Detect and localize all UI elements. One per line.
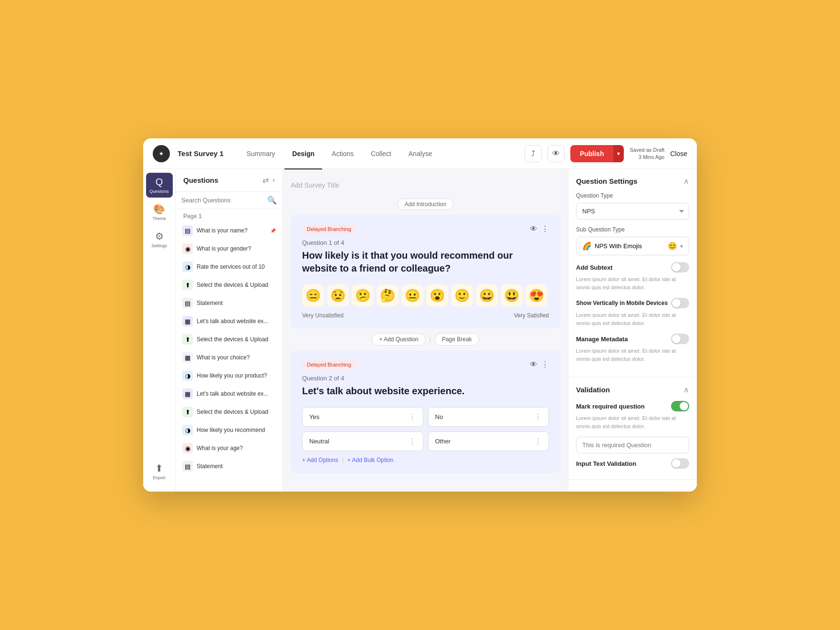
emoji-row-1: 😑 😟 😕 🤔 😐 😮 🙂 😀 😃 😍 (302, 284, 549, 306)
add-subtext-toggle[interactable] (671, 262, 689, 273)
list-item[interactable]: ▤ What is your name? 📌 (176, 221, 283, 240)
add-subtext-row: Add Subtext (576, 262, 689, 273)
q-text: Statement (197, 463, 276, 470)
emoji-item-8[interactable]: 😃 (501, 284, 523, 306)
main-canvas: Add Survey Title Add Introduction Delaye… (283, 169, 568, 492)
list-item[interactable]: ◑ How likely you recommend (176, 421, 283, 439)
option-label-other: Other (435, 438, 451, 445)
add-question-button[interactable]: + Add Question (372, 333, 425, 346)
question-type-label: Question Type (576, 192, 689, 199)
emoji-item-6[interactable]: 🙂 (451, 284, 473, 306)
list-item[interactable]: ⬆ Select the devices & Upload (176, 276, 283, 294)
main-layout: Q Questions 🎨 Theme ⚙ Settings ⬆ Export … (143, 169, 697, 492)
tab-collect[interactable]: Collect (363, 146, 399, 161)
question-text-1: How likely is it that you would recommen… (302, 249, 549, 275)
share-button[interactable]: ⤴ (525, 145, 542, 162)
page-break-button[interactable]: Page Break (435, 333, 479, 346)
q-type-icon: ▤ (182, 461, 193, 472)
list-item[interactable]: ◉ What is your age? (176, 439, 283, 457)
manage-metadata-row: Manage Metadata (576, 334, 689, 344)
satisfaction-labels-1: Very Unsatisfied Very Satisfied (302, 312, 549, 319)
option-dots-no[interactable]: ⋮ (534, 412, 542, 421)
sidebar-item-export[interactable]: ⬆ Export (146, 459, 173, 484)
show-vertically-desc: Lorem ipsum dolor sit amet. Et dolor ist… (576, 311, 689, 327)
question-type-select[interactable]: NPS (576, 203, 689, 220)
visibility-toggle-2[interactable]: 👁 (530, 360, 537, 369)
option-other[interactable]: Other ⋮ (428, 431, 549, 451)
more-options-1[interactable]: ⋮ (541, 224, 549, 233)
option-yes[interactable]: Yes ⋮ (302, 407, 423, 427)
add-bulk-option-link[interactable]: + Add Bulk Option (347, 457, 393, 463)
option-dots-yes[interactable]: ⋮ (409, 412, 416, 421)
option-no[interactable]: No ⋮ (428, 407, 549, 427)
tab-analyse[interactable]: Analyse (401, 146, 440, 161)
q-text: Select the devices & Upload (197, 409, 276, 415)
emoji-item-1[interactable]: 😟 (327, 284, 349, 306)
publish-button[interactable]: Publish (570, 145, 614, 162)
option-dots-neutral[interactable]: ⋮ (409, 437, 416, 446)
option-label-no: No (435, 413, 443, 420)
list-item[interactable]: ▦ What is your choice? (176, 348, 283, 367)
show-vertically-toggle[interactable] (671, 298, 689, 308)
sub-question-type-label: Sub Question Type (576, 226, 689, 233)
add-options-link[interactable]: + Add Options (302, 457, 338, 463)
sub-question-type-select[interactable]: 🌈 NPS With Emojis 😊 ▾ (576, 237, 689, 255)
collapse-icon[interactable]: ∧ (683, 177, 689, 186)
sidebar-icons: Q Questions 🎨 Theme ⚙ Settings ⬆ Export (143, 169, 176, 492)
more-options-2[interactable]: ⋮ (541, 360, 549, 369)
q-type-icon: ▦ (182, 352, 193, 363)
mark-required-label: Mark required question (576, 403, 645, 410)
q-type-icon: ◉ (182, 243, 193, 254)
emoji-item-2[interactable]: 😕 (352, 284, 374, 306)
list-item[interactable]: ▦ Let's talk about website ex... (176, 385, 283, 403)
theme-icon: 🎨 (153, 203, 165, 215)
list-item[interactable]: ⬆ Select the devices & Upload (176, 403, 283, 421)
list-item[interactable]: ▦ Let's talk about website ex... (176, 312, 283, 330)
validation-collapse-icon[interactable]: ∧ (683, 385, 689, 394)
add-introduction-button[interactable]: Add Introduction (398, 199, 453, 210)
question-counter-2: Question 2 of 4 (302, 375, 549, 382)
tab-actions[interactable]: Actions (324, 146, 361, 161)
questions-panel-title: Questions (183, 176, 218, 184)
tab-summary[interactable]: Summary (239, 146, 283, 161)
preview-button[interactable]: 👁 (547, 145, 565, 162)
emoji-item-3[interactable]: 🤔 (377, 284, 399, 306)
q-text: What is your gender? (197, 245, 276, 252)
list-item[interactable]: ▤ Statement (176, 457, 283, 475)
validation-section: Validation ∧ Mark required question Lore… (568, 378, 697, 480)
list-item[interactable]: ◑ Rate the services out of 10 (176, 258, 283, 276)
emoji-item-7[interactable]: 😀 (476, 284, 498, 306)
sidebar-item-questions[interactable]: Q Questions (146, 173, 173, 198)
tab-design[interactable]: Design (284, 146, 322, 161)
emoji-item-9[interactable]: 😍 (525, 284, 547, 306)
required-question-input[interactable] (576, 437, 689, 453)
list-item[interactable]: ▤ Statement (176, 294, 283, 312)
survey-title-placeholder[interactable]: Add Survey Title (291, 177, 560, 196)
publish-dropdown-button[interactable]: ▾ (613, 145, 624, 162)
sidebar-item-settings[interactable]: ⚙ Settings (146, 227, 173, 252)
question-card-2: Delayed Branching 👁 ⋮ Question 2 of 4 Le… (291, 350, 560, 473)
list-item[interactable]: ◑ How likely you our product? (176, 367, 283, 385)
emoji-item-0[interactable]: 😑 (302, 284, 324, 306)
manage-metadata-label: Manage Metadata (576, 336, 628, 343)
emoji-item-4[interactable]: 😐 (401, 284, 423, 306)
show-vertically-label: Show Vertically in Mobile Devices (576, 300, 668, 306)
emoji-item-5[interactable]: 😮 (426, 284, 448, 306)
visibility-toggle-1[interactable]: 👁 (530, 225, 537, 233)
add-question-bar: + Add Question | Page Break (291, 328, 560, 350)
collapse-panel-icon[interactable]: ‹ (273, 176, 275, 185)
q-type-icon: ⬆ (182, 334, 193, 345)
list-item[interactable]: ◉ What is your gender? (176, 240, 283, 258)
mark-required-row: Mark required question (576, 401, 689, 411)
option-neutral[interactable]: Neutral ⋮ (302, 431, 423, 451)
option-dots-other[interactable]: ⋮ (534, 437, 542, 446)
manage-metadata-toggle[interactable] (671, 334, 689, 344)
search-input[interactable] (181, 197, 263, 204)
sidebar-item-theme[interactable]: 🎨 Theme (146, 200, 173, 225)
list-item[interactable]: ⬆ Select the devices & Upload (176, 330, 283, 348)
input-text-validation-toggle[interactable] (671, 458, 689, 469)
shuffle-icon[interactable]: ⇄ (262, 176, 269, 185)
close-button[interactable]: Close (670, 150, 687, 158)
mark-required-toggle[interactable] (671, 401, 689, 411)
q-type-icon: ◑ (182, 370, 193, 381)
